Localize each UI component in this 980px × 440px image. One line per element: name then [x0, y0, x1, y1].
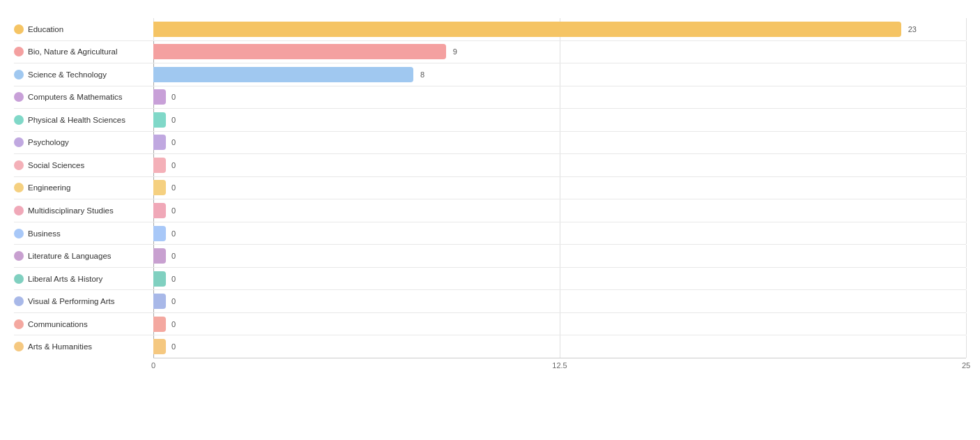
bar-dot [14, 274, 24, 284]
bar-fill [153, 226, 166, 241]
bars-section: Education23Bio, Nature & Agricultural9Sc… [14, 18, 966, 358]
bar-track: 0 [153, 86, 966, 109]
bar-dot [14, 92, 24, 102]
bar-value: 0 [171, 252, 176, 260]
x-tick: 0 [151, 361, 155, 370]
bar-label: Science & Technology [14, 70, 153, 79]
bar-label: Visual & Performing Arts [14, 296, 153, 306]
bar-fill [153, 180, 166, 195]
bar-track: 8 [153, 63, 966, 86]
bar-track: 0 [153, 290, 966, 312]
bar-fill [153, 135, 166, 150]
bar-value: 0 [171, 93, 176, 101]
bar-track: 23 [153, 18, 966, 40]
bar-label: Business [14, 229, 153, 238]
bar-dot [14, 206, 24, 215]
bar-row: Arts & Humanities0 [14, 335, 966, 358]
bar-dot [14, 342, 24, 351]
bar-fill [153, 67, 413, 82]
bar-dot [14, 115, 24, 125]
bar-value: 0 [171, 138, 176, 146]
bar-value: 23 [908, 25, 917, 33]
bar-value: 0 [171, 297, 176, 305]
bar-dot [14, 183, 24, 192]
bar-label: Physical & Health Sciences [14, 115, 153, 125]
bar-row: Multidisciplinary Studies0 [14, 199, 966, 222]
bar-label: Arts & Humanities [14, 342, 153, 351]
bar-track: 0 [153, 154, 966, 176]
bar-value: 0 [171, 229, 176, 238]
bar-dot [14, 137, 24, 147]
bar-label: Liberal Arts & History [14, 274, 153, 284]
bar-dot [14, 24, 24, 34]
bar-row: Science & Technology8 [14, 63, 966, 86]
bar-value: 0 [171, 161, 176, 169]
x-tick: 25 [962, 361, 970, 370]
bar-dot [14, 160, 24, 170]
bar-dot [14, 296, 24, 306]
bar-fill [153, 112, 166, 128]
bar-row: Liberal Arts & History0 [14, 268, 966, 291]
bar-fill [153, 22, 901, 37]
bar-track: 0 [153, 109, 966, 131]
bar-fill [153, 248, 166, 264]
bar-label: Social Sciences [14, 160, 153, 170]
bar-fill [153, 203, 166, 218]
bar-value: 0 [171, 183, 176, 192]
bar-track: 0 [153, 222, 966, 245]
bar-label: Multidisciplinary Studies [14, 206, 153, 215]
bar-fill [153, 317, 166, 332]
bar-label: Communications [14, 319, 153, 329]
bar-value: 0 [171, 275, 176, 283]
bar-label: Psychology [14, 137, 153, 147]
bar-fill [153, 339, 166, 354]
bar-row: Psychology0 [14, 132, 966, 155]
bar-label: Literature & Languages [14, 251, 153, 261]
bar-track: 0 [153, 335, 966, 358]
bar-fill [153, 271, 166, 287]
x-axis: 012.525 [153, 358, 966, 374]
bar-fill [153, 44, 446, 59]
bar-fill [153, 294, 166, 309]
bar-fill [153, 158, 166, 173]
bar-dot [14, 229, 24, 238]
bar-value: 0 [171, 342, 176, 351]
bar-dot [14, 319, 24, 329]
bar-row: Visual & Performing Arts0 [14, 290, 966, 313]
bar-row: Communications0 [14, 313, 966, 336]
bar-row: Bio, Nature & Agricultural9 [14, 41, 966, 64]
bar-value: 0 [171, 320, 176, 328]
bar-track: 0 [153, 313, 966, 335]
bar-dot [14, 251, 24, 261]
bar-value: 0 [171, 116, 176, 124]
x-tick: 12.5 [552, 361, 567, 370]
bar-label: Engineering [14, 183, 153, 192]
bar-track: 0 [153, 268, 966, 290]
bar-track: 9 [153, 41, 966, 63]
bar-row: Physical & Health Sciences0 [14, 109, 966, 132]
bar-row: Social Sciences0 [14, 154, 966, 177]
bar-row: Literature & Languages0 [14, 245, 966, 268]
bar-value: 8 [420, 70, 424, 79]
bar-dot [14, 47, 24, 56]
bar-row: Business0 [14, 222, 966, 245]
bar-track: 0 [153, 132, 966, 154]
bar-track: 0 [153, 245, 966, 267]
bar-label: Computers & Mathematics [14, 92, 153, 102]
bar-row: Engineering0 [14, 177, 966, 200]
bar-value: 9 [453, 47, 457, 56]
bar-row: Education23 [14, 18, 966, 41]
bar-label: Education [14, 24, 153, 34]
bar-row: Computers & Mathematics0 [14, 86, 966, 109]
bar-track: 0 [153, 199, 966, 222]
chart-area: Education23Bio, Nature & Agricultural9Sc… [14, 18, 966, 374]
bar-fill [153, 89, 166, 105]
bar-label: Bio, Nature & Agricultural [14, 47, 153, 56]
bar-track: 0 [153, 177, 966, 199]
chart-container: Education23Bio, Nature & Agricultural9Sc… [0, 0, 980, 440]
bar-dot [14, 70, 24, 79]
bar-value: 0 [171, 206, 176, 215]
